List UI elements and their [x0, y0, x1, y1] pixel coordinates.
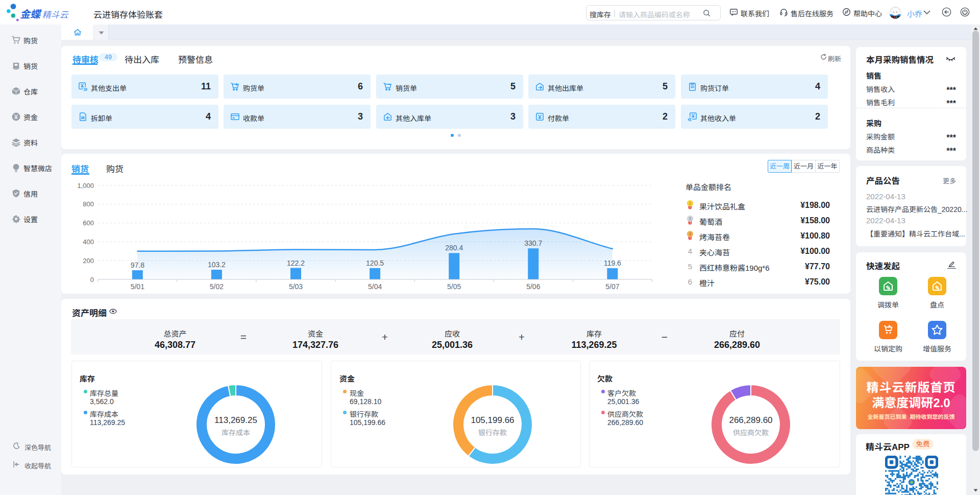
svg-text:330.7: 330.7: [524, 239, 542, 247]
svg-text:122.2: 122.2: [287, 259, 305, 267]
svg-text:5/02: 5/02: [210, 282, 224, 291]
svg-text:5/06: 5/06: [526, 282, 540, 291]
svg-text:400: 400: [83, 238, 94, 246]
svg-text:5/07: 5/07: [605, 282, 619, 291]
svg-text:200: 200: [83, 257, 94, 265]
svg-text:1,000: 1,000: [77, 182, 94, 190]
svg-text:97.8: 97.8: [131, 261, 144, 269]
svg-text:5/01: 5/01: [131, 282, 144, 291]
svg-text:5/03: 5/03: [289, 282, 303, 291]
svg-text:1: 1: [689, 201, 692, 206]
svg-text:119.6: 119.6: [604, 259, 621, 267]
svg-text:2: 2: [689, 216, 692, 221]
svg-text:800: 800: [83, 200, 94, 208]
svg-text:600: 600: [83, 219, 94, 227]
svg-text:103.2: 103.2: [208, 261, 226, 269]
svg-text:3: 3: [689, 231, 692, 237]
svg-text:5/04: 5/04: [368, 282, 382, 291]
svg-text:5/05: 5/05: [447, 282, 461, 291]
svg-text:0: 0: [90, 276, 94, 284]
svg-text:280.4: 280.4: [445, 244, 463, 252]
svg-text:120.5: 120.5: [366, 259, 384, 267]
